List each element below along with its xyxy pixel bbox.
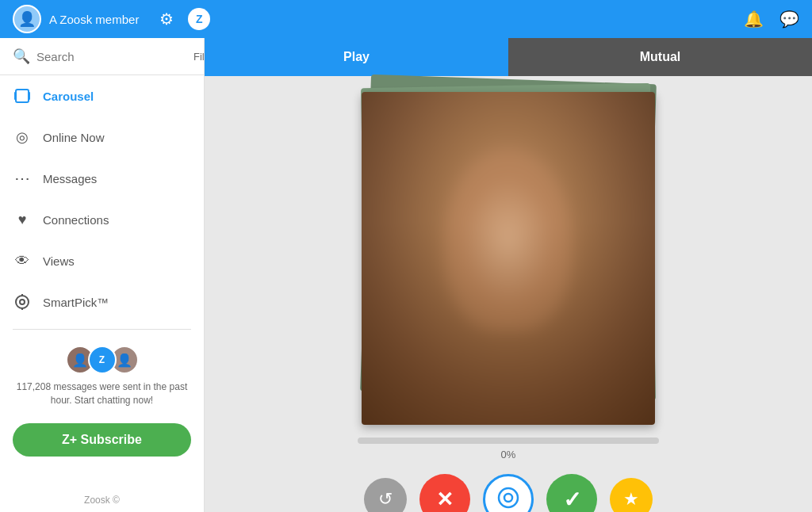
- sidebar-smartpick-label: SmartPick™: [43, 296, 109, 309]
- body-layout: 🔍 Filter ≡ Carousel ◎ Online Now ⋯: [0, 38, 812, 512]
- progress-container: 0%: [358, 437, 659, 461]
- undo-icon: ↺: [378, 489, 393, 510]
- carousel-icon: [13, 86, 32, 105]
- sidebar-connections-label: Connections: [43, 213, 109, 227]
- sidebar-promo: 👤 Z 👤 117,208 messages were sent in the …: [0, 336, 204, 417]
- tab-play[interactable]: Play: [205, 38, 508, 76]
- views-icon: 👁: [13, 251, 32, 270]
- promo-avatars: 👤 Z 👤: [13, 346, 191, 374]
- messages-icon: ⋯: [13, 169, 32, 188]
- notifications-icon[interactable]: 🔔: [744, 10, 764, 29]
- undo-button[interactable]: ↺: [364, 478, 407, 512]
- svg-point-3: [16, 296, 29, 308]
- super-button[interactable]: ★: [610, 478, 653, 512]
- sidebar-views-label: Views: [43, 254, 75, 268]
- promo-text: 117,208 messages were sent in the past h…: [13, 380, 191, 407]
- tab-play-label: Play: [343, 50, 370, 64]
- sidebar-item-online[interactable]: ◎ Online Now: [0, 117, 204, 158]
- settings-icon[interactable]: ⚙: [159, 10, 174, 29]
- sidebar-item-carousel[interactable]: Carousel: [0, 75, 204, 117]
- action-buttons: ↺ ✕ MAYBE ✓: [364, 474, 653, 512]
- sidebar-item-connections[interactable]: ♥ Connections: [0, 199, 204, 240]
- maybe-button[interactable]: MAYBE: [483, 474, 534, 512]
- avatar[interactable]: 👤: [13, 5, 41, 33]
- maybe-icon: [497, 487, 519, 513]
- yes-button[interactable]: ✓: [546, 474, 597, 512]
- yes-icon: ✓: [563, 487, 581, 513]
- footer-text: Zoosk ©: [84, 495, 120, 506]
- sidebar-item-messages[interactable]: ⋯ Messages: [0, 158, 204, 199]
- super-icon: ★: [623, 489, 639, 510]
- tab-mutual-label: Mutual: [640, 50, 681, 64]
- header-action-icons: 🔔 💬: [744, 10, 799, 29]
- no-button[interactable]: ✕: [419, 474, 470, 512]
- connections-icon: ♥: [13, 210, 32, 229]
- carousel-area: 0% ↺ ✕ MAYBE: [205, 76, 812, 512]
- zoosk-logo-icon[interactable]: Z: [188, 8, 210, 30]
- sidebar-online-label: Online Now: [43, 131, 105, 144]
- subscribe-button[interactable]: Z+ Subscribe: [13, 423, 191, 457]
- search-icon: 🔍: [13, 48, 30, 65]
- tab-mutual[interactable]: Mutual: [508, 38, 812, 76]
- card-stack: [358, 92, 659, 425]
- main-content: Play Mutual 0%: [205, 38, 812, 512]
- svg-rect-0: [16, 90, 29, 102]
- profile-photo: [362, 92, 655, 425]
- sidebar-messages-label: Messages: [43, 172, 97, 185]
- svg-point-8: [504, 494, 512, 502]
- progress-label: 0%: [501, 449, 516, 460]
- sidebar-carousel-label: Carousel: [43, 90, 94, 103]
- sidebar: 🔍 Filter ≡ Carousel ◎ Online Now ⋯: [0, 38, 205, 512]
- header-user-section: 👤 A Zoosk member ⚙ Z: [13, 5, 744, 33]
- progress-bar-track: [358, 437, 659, 444]
- header-username: A Zoosk member: [49, 13, 139, 26]
- chat-icon[interactable]: 💬: [779, 10, 799, 29]
- sidebar-divider: [13, 329, 191, 330]
- promo-avatar-2: Z: [88, 346, 117, 374]
- sidebar-footer: Zoosk ©: [0, 488, 204, 512]
- profile-card[interactable]: [362, 92, 655, 425]
- no-icon: ✕: [436, 487, 454, 512]
- svg-point-7: [499, 488, 518, 507]
- smartpick-icon: [13, 292, 32, 311]
- subscribe-label: Z+ Subscribe: [62, 433, 142, 447]
- search-bar: 🔍 Filter ≡: [0, 38, 204, 75]
- tab-bar: Play Mutual: [205, 38, 812, 76]
- header: 👤 A Zoosk member ⚙ Z 🔔 💬: [0, 0, 812, 38]
- sidebar-item-smartpick[interactable]: SmartPick™: [0, 281, 204, 323]
- online-icon: ◎: [13, 128, 32, 147]
- search-input[interactable]: [36, 50, 187, 63]
- svg-rect-2: [28, 92, 30, 100]
- svg-rect-1: [14, 92, 17, 100]
- svg-point-4: [20, 300, 25, 304]
- sidebar-item-views[interactable]: 👁 Views: [0, 240, 204, 281]
